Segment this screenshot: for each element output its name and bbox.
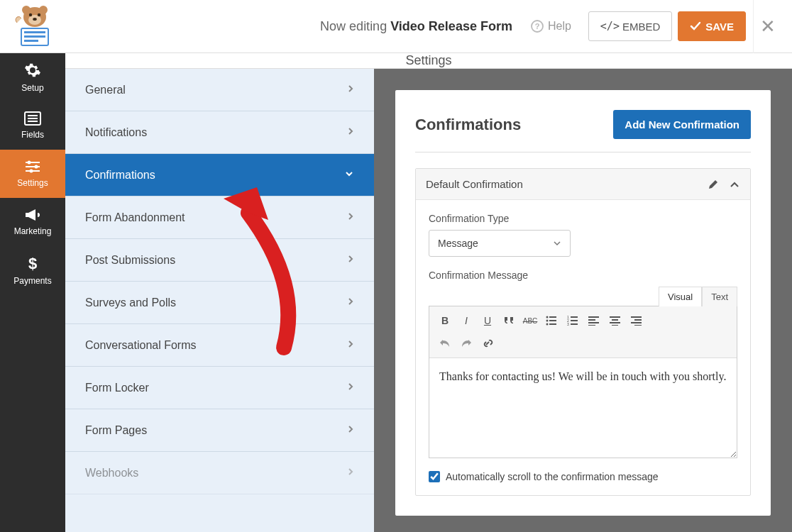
sliders-icon bbox=[24, 160, 41, 174]
svg-rect-36 bbox=[588, 316, 599, 318]
chevron-down-icon bbox=[344, 169, 354, 179]
svg-point-20 bbox=[35, 165, 38, 169]
dollar-icon: $ bbox=[27, 255, 38, 272]
gear-icon bbox=[24, 62, 41, 79]
list-icon bbox=[24, 111, 41, 126]
settings-menu: GeneralNotificationsConfirmationsForm Ab… bbox=[65, 69, 374, 532]
svg-rect-25 bbox=[549, 316, 556, 318]
svg-point-6 bbox=[33, 18, 37, 21]
svg-rect-9 bbox=[24, 35, 45, 38]
menu-item-surveys-and-polls[interactable]: Surveys and Polls bbox=[65, 282, 374, 324]
svg-text:$: $ bbox=[28, 255, 37, 272]
chevron-right-icon bbox=[347, 211, 354, 221]
strike-button[interactable]: ABC bbox=[520, 311, 540, 331]
page-title: Settings bbox=[65, 53, 792, 69]
autoscroll-checkbox[interactable] bbox=[429, 471, 440, 482]
align-center-button[interactable] bbox=[605, 311, 625, 331]
tab-text[interactable]: Text bbox=[702, 287, 737, 306]
save-button[interactable]: SAVE bbox=[678, 11, 746, 41]
editing-label: Now editing Video Release Form bbox=[64, 19, 519, 34]
svg-text:3: 3 bbox=[567, 322, 569, 326]
close-button[interactable]: ✕ bbox=[753, 0, 781, 53]
svg-point-22 bbox=[30, 170, 33, 173]
accordion-header[interactable]: Default Confirmation bbox=[416, 169, 750, 200]
svg-rect-35 bbox=[571, 323, 578, 325]
svg-rect-42 bbox=[610, 322, 620, 323]
svg-point-28 bbox=[546, 323, 549, 326]
chevron-right-icon bbox=[347, 382, 354, 392]
redo-button[interactable] bbox=[456, 333, 476, 353]
menu-item-webhooks[interactable]: Webhooks bbox=[65, 452, 374, 494]
svg-rect-46 bbox=[631, 322, 642, 323]
megaphone-icon bbox=[24, 208, 41, 222]
message-label: Confirmation Message bbox=[429, 270, 737, 281]
svg-text:?: ? bbox=[535, 22, 540, 31]
svg-rect-45 bbox=[634, 319, 642, 321]
menu-item-form-pages[interactable]: Form Pages bbox=[65, 409, 374, 452]
panel-title: Confirmations bbox=[415, 116, 521, 134]
menu-item-form-abandonment[interactable]: Form Abandonment bbox=[65, 196, 374, 239]
message-editor[interactable]: Thanks for contacting us! We will be in … bbox=[429, 358, 737, 458]
svg-rect-39 bbox=[588, 325, 595, 326]
svg-point-26 bbox=[546, 320, 549, 322]
svg-rect-47 bbox=[634, 325, 642, 326]
chevron-right-icon bbox=[347, 126, 354, 136]
sidebar-item-marketing[interactable]: Marketing bbox=[0, 198, 65, 246]
add-confirmation-button[interactable]: Add New Confirmation bbox=[613, 110, 751, 139]
italic-button[interactable]: I bbox=[456, 311, 476, 331]
sidebar-item-settings[interactable]: Settings bbox=[0, 150, 65, 198]
tab-visual[interactable]: Visual bbox=[659, 287, 702, 306]
pencil-icon[interactable] bbox=[708, 179, 719, 190]
app-logo bbox=[6, 0, 64, 53]
align-left-button[interactable] bbox=[584, 311, 604, 331]
menu-item-notifications[interactable]: Notifications bbox=[65, 111, 374, 154]
embed-button[interactable]: </> EMBED bbox=[588, 11, 672, 41]
svg-rect-37 bbox=[588, 319, 595, 321]
svg-point-1 bbox=[22, 6, 31, 14]
menu-item-confirmations[interactable]: Confirmations bbox=[65, 154, 374, 196]
chevron-right-icon bbox=[347, 254, 354, 264]
bullet-list-button[interactable] bbox=[541, 311, 561, 331]
underline-button[interactable]: U bbox=[478, 311, 497, 331]
sidebar-item-setup[interactable]: Setup bbox=[0, 53, 65, 101]
undo-button[interactable] bbox=[435, 333, 455, 353]
check-icon bbox=[690, 21, 701, 32]
svg-rect-8 bbox=[24, 31, 45, 33]
chevron-right-icon bbox=[347, 424, 354, 434]
help-link[interactable]: ? Help bbox=[531, 20, 571, 33]
bold-button[interactable]: B bbox=[435, 311, 455, 331]
svg-rect-33 bbox=[571, 320, 578, 321]
menu-item-conversational-forms[interactable]: Conversational Forms bbox=[65, 324, 374, 367]
chevron-right-icon bbox=[347, 297, 354, 306]
editor-toolbar: B I U ABC 123 bbox=[429, 306, 737, 358]
svg-rect-41 bbox=[612, 319, 618, 321]
svg-rect-44 bbox=[631, 316, 642, 318]
menu-item-form-locker[interactable]: Form Locker bbox=[65, 367, 374, 409]
svg-rect-43 bbox=[612, 325, 618, 326]
chevron-up-icon[interactable] bbox=[729, 179, 740, 190]
help-icon: ? bbox=[531, 20, 544, 33]
svg-point-5 bbox=[38, 13, 40, 16]
sidebar-item-payments[interactable]: $ Payments bbox=[0, 246, 65, 294]
svg-rect-40 bbox=[610, 316, 620, 318]
chevron-down-icon bbox=[553, 239, 561, 248]
svg-rect-31 bbox=[571, 316, 578, 318]
svg-point-4 bbox=[29, 13, 32, 16]
code-icon: </> bbox=[600, 20, 620, 33]
svg-rect-38 bbox=[588, 322, 599, 323]
type-label: Confirmation Type bbox=[429, 213, 737, 224]
svg-point-2 bbox=[39, 6, 48, 14]
svg-point-18 bbox=[28, 161, 31, 165]
link-button[interactable] bbox=[478, 333, 497, 353]
svg-point-24 bbox=[546, 316, 549, 318]
chevron-right-icon bbox=[347, 339, 354, 349]
quote-button[interactable] bbox=[499, 311, 519, 331]
number-list-button[interactable]: 123 bbox=[563, 311, 583, 331]
menu-item-post-submissions[interactable]: Post Submissions bbox=[65, 239, 374, 282]
sidebar: Setup Fields Settings Marketing $ Paymen… bbox=[0, 53, 65, 532]
align-right-button[interactable] bbox=[627, 311, 647, 331]
menu-item-general[interactable]: General bbox=[65, 69, 374, 111]
autoscroll-checkbox-label[interactable]: Automatically scroll to the confirmation… bbox=[429, 471, 737, 482]
sidebar-item-fields[interactable]: Fields bbox=[0, 101, 65, 150]
confirmation-type-select[interactable]: Message bbox=[429, 230, 571, 257]
